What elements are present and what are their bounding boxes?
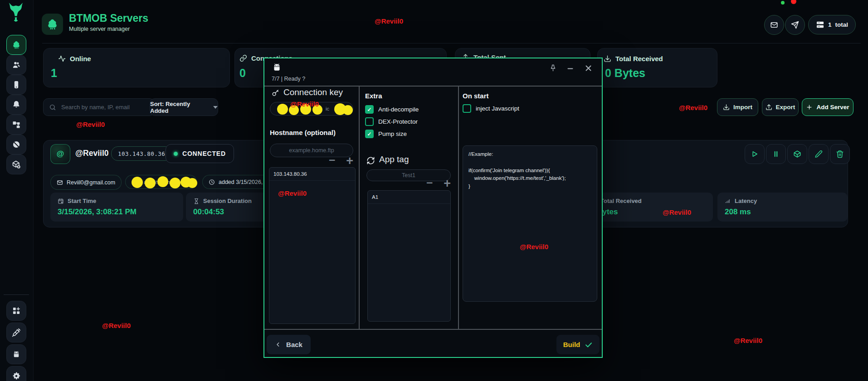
pause-button[interactable]	[766, 144, 786, 164]
stat-label: Start Time	[68, 198, 96, 204]
bell-icon	[12, 100, 21, 109]
download-icon	[604, 55, 611, 63]
build-label: Build	[563, 341, 580, 348]
sidebar-item-network[interactable]	[6, 115, 26, 135]
sidebar-item-packages[interactable]	[6, 154, 26, 174]
close-button[interactable]	[585, 64, 592, 72]
hostname-input[interactable]	[270, 144, 353, 157]
checkbox-label: inject Javascript	[476, 105, 519, 112]
sidebar-item-settings[interactable]	[6, 366, 26, 381]
trash-icon	[836, 150, 844, 158]
server-name: @Reviil0	[75, 149, 109, 158]
checkbox-anti-decompile[interactable]: Anti-decompile	[365, 105, 419, 114]
sidebar-item-apps[interactable]	[6, 301, 26, 321]
extra-heading: Extra	[365, 92, 382, 100]
host-list-item[interactable]: 103.143.80.36	[269, 168, 355, 181]
on-start-heading: On start	[463, 92, 489, 100]
sidebar-item-devices[interactable]	[6, 75, 26, 95]
add-server-button[interactable]: Add Server	[802, 98, 853, 116]
search-box	[43, 98, 155, 116]
page-subtitle: Multiple server manager	[69, 26, 130, 32]
search-input[interactable]	[60, 103, 139, 111]
add-host-button[interactable]: +	[346, 156, 353, 165]
pause-icon	[772, 150, 780, 158]
sort-dropdown[interactable]: Sort: Recently Added	[150, 98, 218, 116]
app-root: BTMOB Servers Multiple server manager 1 …	[0, 0, 868, 381]
mail-button[interactable]	[764, 15, 784, 35]
build-button[interactable]: Build	[556, 335, 600, 354]
javascript-code-editor[interactable]: //Example: if(confirm('Join telegram cha…	[463, 145, 597, 302]
minimize-button[interactable]	[566, 65, 574, 72]
sidebar-item-injection[interactable]	[6, 323, 26, 342]
window-red-dot	[791, 0, 796, 4]
stat-value: 0	[239, 67, 246, 80]
modal-column-divider	[359, 87, 360, 329]
redaction-blob	[343, 105, 353, 115]
pin-button[interactable]	[549, 64, 557, 72]
sidebar-item-servers[interactable]	[6, 35, 26, 55]
delete-button[interactable]	[830, 144, 850, 164]
server-total-label: total	[835, 21, 848, 28]
sidebar-item-users[interactable]	[6, 55, 26, 75]
build-modal: 7/7 | Ready ? Connection key a ic o	[263, 58, 603, 358]
stat-value: 00:04:53	[193, 207, 224, 217]
header-divider	[42, 43, 861, 43]
redaction-blob	[187, 178, 197, 188]
stat-value: 1	[51, 67, 57, 80]
key-icon	[272, 89, 280, 97]
app-tag-list: A1	[367, 190, 451, 322]
sidebar-item-android[interactable]	[6, 344, 26, 364]
checkbox-checked-icon	[365, 130, 374, 138]
start-button[interactable]	[745, 144, 765, 164]
export-button[interactable]: Export	[762, 98, 799, 116]
server-total-badge: 1 total	[808, 15, 856, 34]
checkbox-inject-javascript[interactable]: inject Javascript	[463, 104, 519, 113]
redaction-blob	[157, 176, 168, 187]
sidebar-item-notifications[interactable]	[6, 95, 26, 115]
app-logo-fox-icon	[6, 2, 26, 23]
grid-plus-icon	[12, 306, 21, 315]
minimize-icon	[566, 65, 574, 72]
remove-tag-button[interactable]: –	[426, 179, 433, 185]
search-icon	[49, 104, 56, 111]
stat-start-time: Start Time 3/15/2026, 3:08:21 PM	[50, 193, 183, 222]
modal-header-divider	[264, 86, 602, 87]
clock-icon	[209, 179, 215, 185]
server-credential-pill: a h m c o	[125, 175, 197, 189]
add-tag-button[interactable]: +	[444, 179, 451, 188]
mail-icon	[57, 179, 63, 186]
edit-button[interactable]	[809, 144, 829, 164]
checkbox-unchecked-icon	[463, 104, 471, 113]
app-tag-list-item[interactable]: A1	[368, 191, 450, 204]
build-apk-button[interactable]	[787, 144, 807, 164]
modal-status-text: 7/7 | Ready ?	[272, 76, 305, 82]
back-button[interactable]: Back	[267, 335, 311, 354]
telegram-send-icon	[791, 21, 799, 29]
telegram-button[interactable]	[785, 15, 805, 35]
page-title: BTMOB Servers	[69, 12, 148, 24]
sort-label: Sort: Recently Added	[150, 101, 209, 114]
refresh-icon[interactable]	[366, 156, 375, 165]
status-label: CONNECTED	[182, 150, 226, 157]
checkbox-pump-size[interactable]: Pump size	[365, 130, 407, 138]
remove-host-button[interactable]: –	[329, 156, 335, 163]
modal-column-divider	[458, 87, 459, 329]
host-list: 103.143.80.36 @Reviil0	[269, 167, 356, 324]
sitemap-icon	[12, 120, 21, 129]
code-example: //Example: if(confirm('Join telegram cha…	[468, 150, 591, 191]
android-icon	[272, 62, 282, 72]
stat-label: Latency	[735, 198, 757, 204]
package-download-icon	[12, 160, 21, 169]
stat-latency: Latency 208 ms	[717, 193, 848, 222]
import-download-icon	[723, 104, 730, 111]
gear-icon	[12, 371, 21, 381]
checkbox-dex-protector[interactable]: DEX-Protector	[365, 117, 418, 126]
server-email: Reviil0@gmail.com	[67, 179, 115, 186]
plus-icon	[806, 104, 813, 111]
import-button[interactable]: Import	[717, 98, 758, 116]
stat-label: Online	[70, 55, 91, 63]
checkbox-label: Anti-decompile	[378, 106, 419, 113]
sidebar-item-blocked[interactable]	[6, 135, 26, 154]
play-icon	[751, 150, 759, 158]
import-label: Import	[733, 104, 752, 111]
